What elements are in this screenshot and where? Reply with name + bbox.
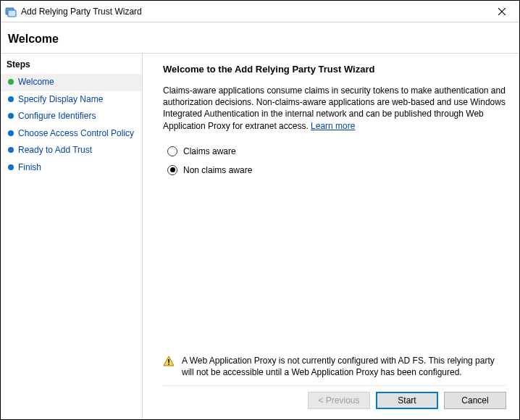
close-icon	[498, 8, 506, 15]
warning-icon	[163, 356, 175, 367]
option-claims-aware[interactable]: Claims aware	[167, 146, 506, 156]
radio-icon	[167, 165, 177, 175]
step-finish[interactable]: Finish	[1, 159, 142, 177]
svg-rect-1	[8, 10, 16, 17]
warning-text: A Web Application Proxy is not currently…	[182, 355, 503, 378]
previous-button: < Previous	[308, 392, 370, 409]
step-ready-to-add-trust[interactable]: Ready to Add Trust	[1, 142, 142, 159]
page-title: Welcome	[8, 33, 512, 46]
content-panel: Welcome to the Add Relying Party Trust W…	[143, 54, 519, 419]
spacer	[163, 182, 506, 355]
titlebar: Add Relying Party Trust Wizard	[1, 1, 519, 22]
page-header: Welcome	[1, 22, 519, 53]
step-link[interactable]: Configure Identifiers	[18, 111, 96, 122]
body: Steps Welcome Specify Display Name Confi…	[1, 53, 519, 419]
step-link[interactable]: Welcome	[18, 77, 54, 88]
wizard-window: Add Relying Party Trust Wizard Welcome S…	[0, 0, 520, 420]
content-heading: Welcome to the Add Relying Party Trust W…	[163, 64, 506, 75]
button-row: < Previous Start Cancel	[163, 385, 506, 412]
app-icon	[5, 6, 17, 17]
option-non-claims-aware[interactable]: Non claims aware	[167, 165, 506, 175]
step-link[interactable]: Ready to Add Trust	[18, 145, 92, 156]
option-label: Non claims aware	[183, 165, 252, 175]
step-link[interactable]: Specify Display Name	[18, 94, 103, 106]
cancel-button[interactable]: Cancel	[444, 392, 506, 409]
learn-more-link[interactable]: Learn more	[311, 121, 355, 131]
warning-message: A Web Application Proxy is not currently…	[163, 355, 506, 385]
step-choose-access-control-policy[interactable]: Choose Access Control Policy	[1, 125, 142, 143]
steps-heading: Steps	[1, 58, 142, 74]
svg-rect-6	[168, 364, 169, 365]
bullet-icon	[8, 164, 14, 170]
radio-icon	[167, 146, 177, 156]
window-title: Add Relying Party Trust Wizard	[21, 7, 489, 17]
content-description: Claims-aware applications consume claims…	[163, 85, 506, 132]
step-welcome[interactable]: Welcome	[1, 74, 142, 91]
bullet-icon	[8, 113, 14, 119]
bullet-icon	[8, 96, 14, 102]
bullet-icon	[8, 79, 14, 85]
start-button[interactable]: Start	[376, 392, 438, 409]
option-label: Claims aware	[183, 146, 236, 156]
svg-rect-5	[168, 359, 169, 363]
step-specify-display-name[interactable]: Specify Display Name	[1, 91, 142, 109]
bullet-icon	[8, 130, 14, 136]
bullet-icon	[8, 147, 14, 153]
step-link[interactable]: Choose Access Control Policy	[18, 128, 134, 140]
close-button[interactable]	[489, 1, 515, 22]
steps-sidebar: Steps Welcome Specify Display Name Confi…	[1, 54, 143, 419]
step-configure-identifiers[interactable]: Configure Identifiers	[1, 108, 142, 125]
step-link[interactable]: Finish	[18, 162, 41, 174]
